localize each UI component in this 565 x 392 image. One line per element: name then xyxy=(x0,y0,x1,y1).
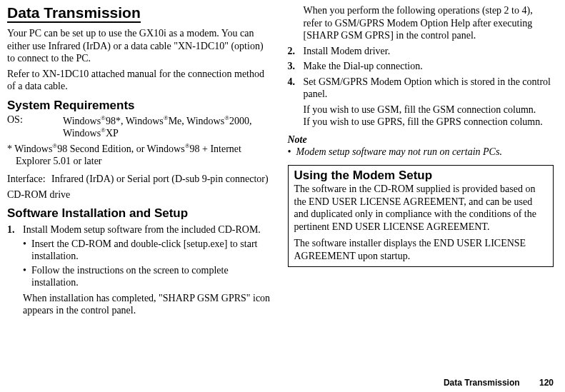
intro-paragraph-1: Your PC can be set up to use the GX10i a… xyxy=(7,27,274,65)
step-text: Install Modem setup software from the in… xyxy=(23,223,274,236)
software-install-heading: Software Installation and Setup xyxy=(7,206,274,221)
step-4: 4. Set GSM/GPRS Modem Option which is st… xyxy=(288,76,554,129)
step-number: 1. xyxy=(7,223,23,317)
step-follow-text-1: If you wish to use GSM, fill the GSM con… xyxy=(304,104,554,116)
left-column: Data Transmission Your PC can be set up … xyxy=(7,4,274,317)
footer-label: Data Transmission xyxy=(444,378,520,388)
os-value: Windows®98*, Windows®Me, Windows®2000, W… xyxy=(63,114,274,139)
os-text-1: Windows xyxy=(63,115,101,126)
registered-icon: ® xyxy=(224,114,229,121)
registered-icon: ® xyxy=(101,114,106,121)
step-3: 3. Make the Dial-up connection. xyxy=(288,60,554,73)
os-footnote: * Windows®98 Second Edition, or Windows®… xyxy=(7,142,274,168)
bullet-item: •Insert the CD-ROM and double-click [set… xyxy=(23,238,274,263)
registered-icon: ® xyxy=(101,126,106,134)
modem-setup-box: Using the Modem Setup The software in th… xyxy=(288,165,554,267)
fn-text-2: 98 Second Edition, or Windows xyxy=(57,143,184,154)
os-text-2: 98*, Windows xyxy=(106,115,164,126)
registered-icon: ® xyxy=(185,142,190,149)
step-number: 3. xyxy=(288,60,304,73)
note-body: • Modem setup software may not run on ce… xyxy=(288,146,554,159)
box-paragraph-1: The software in the CD-ROM supplied is p… xyxy=(294,183,548,233)
step-text: Make the Dial-up connection. xyxy=(304,60,554,73)
fn-text-1: * Windows xyxy=(7,143,52,154)
step-number: 2. xyxy=(288,45,304,58)
step-1-bullets: •Insert the CD-ROM and double-click [set… xyxy=(23,238,274,289)
step-2: 2. Install Modem driver. xyxy=(288,45,554,58)
os-text-3: Me, Windows xyxy=(169,115,225,126)
page-footer: Data Transmission 120 xyxy=(444,378,554,388)
intro-paragraph-2: Refer to XN-1DC10 attached manual for th… xyxy=(7,68,274,93)
interface-requirement-row: Interface: Infrared (IrDA) or Serial por… xyxy=(7,173,274,186)
registered-icon: ® xyxy=(164,114,169,121)
step-follow-text: When installation has completed, "SHARP … xyxy=(23,292,274,317)
cdrom-requirement: CD-ROM drive xyxy=(7,189,274,201)
interface-value: Infrared (IrDA) or Serial port (D-sub 9-… xyxy=(51,173,274,186)
step-number: 4. xyxy=(288,76,304,129)
box-paragraph-2: The software installer displays the END … xyxy=(294,237,548,262)
note-text: Modem setup software may not run on cert… xyxy=(296,146,554,159)
box-title: Using the Modem Setup xyxy=(294,169,548,183)
bullet-icon: • xyxy=(23,238,31,263)
bullet-icon: • xyxy=(23,264,31,289)
install-steps-right: 2. Install Modem driver. 3. Make the Dia… xyxy=(288,45,554,129)
bullet-icon: • xyxy=(288,146,296,159)
os-text-5: XP xyxy=(106,128,119,139)
page-number: 120 xyxy=(539,378,554,388)
step-text: Set GSM/GPRS Modem Option which is store… xyxy=(304,76,554,101)
interface-label: Interface: xyxy=(7,173,51,186)
bullet-text: Insert the CD-ROM and double-click [setu… xyxy=(31,238,274,263)
step-1: 1. Install Modem setup software from the… xyxy=(7,223,274,317)
os-label: OS: xyxy=(7,114,63,139)
right-column: When you perform the following operation… xyxy=(288,4,554,317)
step-follow-text-2: If you wish to use GPRS, fill the GPRS c… xyxy=(304,116,554,129)
bullet-text: Follow the instructions on the screen to… xyxy=(31,264,274,289)
note-heading: Note xyxy=(288,134,554,146)
system-requirements-heading: System Requirements xyxy=(7,99,274,113)
page-title: Data Transmission xyxy=(7,4,141,23)
step-text: Install Modem driver. xyxy=(304,45,554,58)
continuation-text: When you perform the following operation… xyxy=(288,4,554,42)
install-steps-left: 1. Install Modem setup software from the… xyxy=(7,223,274,317)
bullet-item: •Follow the instructions on the screen t… xyxy=(23,264,274,289)
os-requirement-row: OS: Windows®98*, Windows®Me, Windows®200… xyxy=(7,114,274,139)
